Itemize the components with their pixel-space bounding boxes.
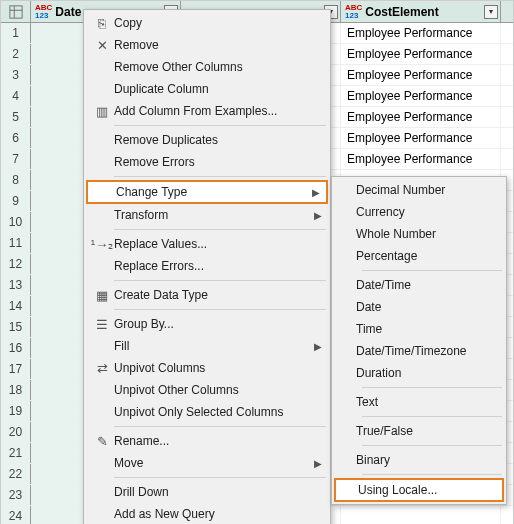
- row-number[interactable]: 17: [1, 359, 31, 379]
- remove-icon: ✕: [90, 38, 114, 53]
- svg-rect-0: [9, 5, 21, 17]
- menu-replace-values[interactable]: ¹→₂Replace Values...: [86, 233, 328, 255]
- submenu-date[interactable]: Date: [334, 296, 504, 318]
- submenu-time[interactable]: Time: [334, 318, 504, 340]
- menu-fill[interactable]: Fill▶: [86, 335, 328, 357]
- row-number[interactable]: 22: [1, 464, 31, 484]
- row-number[interactable]: 20: [1, 422, 31, 442]
- data-type-icon: ▦: [90, 288, 114, 303]
- row-number[interactable]: 16: [1, 338, 31, 358]
- filter-dropdown[interactable]: ▾: [484, 5, 498, 19]
- row-number[interactable]: 10: [1, 212, 31, 232]
- submenu-text[interactable]: Text: [334, 391, 504, 413]
- cell-costelement[interactable]: Employee Performance: [341, 23, 501, 43]
- cell-costelement[interactable]: Employee Performance: [341, 149, 501, 169]
- menu-separator: [114, 176, 326, 177]
- menu-separator: [114, 309, 326, 310]
- submenu-binary[interactable]: Binary: [334, 449, 504, 471]
- submenu-decimal[interactable]: Decimal Number: [334, 179, 504, 201]
- row-number[interactable]: 23: [1, 485, 31, 505]
- submenu-whole[interactable]: Whole Number: [334, 223, 504, 245]
- group-icon: ☰: [90, 317, 114, 332]
- menu-create-data-type[interactable]: ▦Create Data Type: [86, 284, 328, 306]
- menu-remove-errors[interactable]: Remove Errors: [86, 151, 328, 173]
- menu-separator: [114, 477, 326, 478]
- row-number[interactable]: 13: [1, 275, 31, 295]
- change-type-submenu: Decimal Number Currency Whole Number Per…: [331, 176, 507, 505]
- menu-separator: [114, 125, 326, 126]
- cell-costelement[interactable]: Employee Performance: [341, 107, 501, 127]
- menu-move[interactable]: Move▶: [86, 452, 328, 474]
- submenu-arrow-icon: ▶: [312, 187, 320, 198]
- row-number[interactable]: 2: [1, 44, 31, 64]
- row-number[interactable]: 8: [1, 170, 31, 190]
- menu-rename[interactable]: ✎Rename...: [86, 430, 328, 452]
- submenu-arrow-icon: ▶: [314, 341, 322, 352]
- any-type-icon: ABC123: [345, 4, 362, 20]
- submenu-truefalse[interactable]: True/False: [334, 420, 504, 442]
- row-number[interactable]: 24: [1, 506, 31, 524]
- submenu-dttz[interactable]: Date/Time/Timezone: [334, 340, 504, 362]
- row-number[interactable]: 3: [1, 65, 31, 85]
- submenu-arrow-icon: ▶: [314, 458, 322, 469]
- row-number[interactable]: 9: [1, 191, 31, 211]
- submenu-currency[interactable]: Currency: [334, 201, 504, 223]
- menu-separator: [362, 445, 502, 446]
- menu-drill-down[interactable]: Drill Down: [86, 481, 328, 503]
- select-all-corner[interactable]: [1, 1, 31, 22]
- menu-duplicate[interactable]: Duplicate Column: [86, 78, 328, 100]
- replace-icon: ¹→₂: [90, 237, 114, 252]
- menu-separator: [362, 416, 502, 417]
- menu-remove[interactable]: ✕Remove: [86, 34, 328, 56]
- row-number[interactable]: 11: [1, 233, 31, 253]
- add-column-icon: ▥: [90, 104, 114, 119]
- copy-icon: ⎘: [90, 16, 114, 31]
- menu-transform[interactable]: Transform▶: [86, 204, 328, 226]
- cell-costelement[interactable]: Employee Performance: [341, 128, 501, 148]
- submenu-arrow-icon: ▶: [314, 210, 322, 221]
- rename-icon: ✎: [90, 434, 114, 449]
- column-label: CostElement: [365, 5, 496, 19]
- menu-unpivot-other[interactable]: Unpivot Other Columns: [86, 379, 328, 401]
- any-type-icon: ABC123: [35, 4, 52, 20]
- row-number[interactable]: 7: [1, 149, 31, 169]
- context-menu: ⎘Copy ✕Remove Remove Other Columns Dupli…: [83, 9, 331, 524]
- menu-add-new-query[interactable]: Add as New Query: [86, 503, 328, 524]
- row-number[interactable]: 12: [1, 254, 31, 274]
- row-number[interactable]: 1: [1, 23, 31, 43]
- table-icon: [9, 5, 23, 19]
- menu-separator: [114, 229, 326, 230]
- cell-costelement[interactable]: Employee Performance: [341, 65, 501, 85]
- row-number[interactable]: 19: [1, 401, 31, 421]
- menu-group-by[interactable]: ☰Group By...: [86, 313, 328, 335]
- menu-separator: [362, 474, 502, 475]
- menu-unpivot[interactable]: ⇄Unpivot Columns: [86, 357, 328, 379]
- unpivot-icon: ⇄: [90, 361, 114, 376]
- cell-costelement[interactable]: Employee Performance: [341, 44, 501, 64]
- row-number[interactable]: 5: [1, 107, 31, 127]
- cell-costelement[interactable]: Employee Performance: [341, 86, 501, 106]
- menu-replace-errors[interactable]: Replace Errors...: [86, 255, 328, 277]
- submenu-duration[interactable]: Duration: [334, 362, 504, 384]
- menu-add-from-examples[interactable]: ▥Add Column From Examples...: [86, 100, 328, 122]
- submenu-percentage[interactable]: Percentage: [334, 245, 504, 267]
- row-number[interactable]: 4: [1, 86, 31, 106]
- menu-remove-duplicates[interactable]: Remove Duplicates: [86, 129, 328, 151]
- row-number[interactable]: 18: [1, 380, 31, 400]
- menu-separator: [114, 426, 326, 427]
- row-number[interactable]: 15: [1, 317, 31, 337]
- cell-costelement[interactable]: [341, 506, 501, 524]
- column-header-costelement[interactable]: ABC123 CostElement ▾: [341, 1, 501, 22]
- submenu-datetime[interactable]: Date/Time: [334, 274, 504, 296]
- menu-separator: [362, 270, 502, 271]
- menu-change-type[interactable]: Change Type▶: [86, 180, 328, 204]
- row-number[interactable]: 6: [1, 128, 31, 148]
- row-number[interactable]: 14: [1, 296, 31, 316]
- menu-unpivot-selected[interactable]: Unpivot Only Selected Columns: [86, 401, 328, 423]
- row-number[interactable]: 21: [1, 443, 31, 463]
- menu-remove-other[interactable]: Remove Other Columns: [86, 56, 328, 78]
- menu-copy[interactable]: ⎘Copy: [86, 12, 328, 34]
- menu-separator: [114, 280, 326, 281]
- menu-separator: [362, 387, 502, 388]
- submenu-using-locale[interactable]: Using Locale...: [334, 478, 504, 502]
